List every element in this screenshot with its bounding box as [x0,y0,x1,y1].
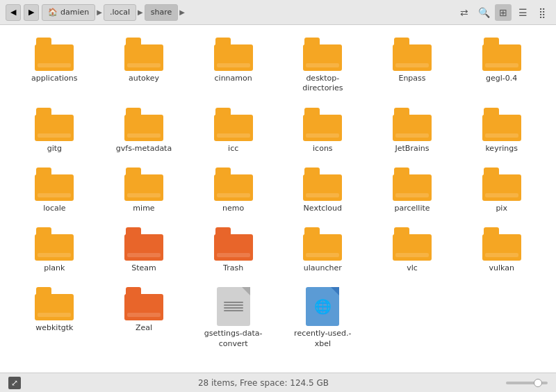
folder-flap [38,253,71,257]
statusbar-left: ⤢ [8,377,21,389]
folder-body [393,44,432,71]
file-item[interactable]: icc [190,104,277,158]
search-button[interactable]: 🔍 [475,4,492,21]
folder-flap [306,63,339,67]
forward-button[interactable]: ▶ [24,4,39,21]
expand-button[interactable]: ⤢ [8,377,21,389]
file-label: webkitgtk [35,323,73,333]
folder-flap [127,253,161,257]
folder-icon [35,287,74,320]
file-item[interactable]: locale [11,163,98,218]
file-item[interactable]: ulauncher [279,223,366,277]
breadcrumb-share[interactable]: share [145,4,179,21]
folder-flap [217,133,250,138]
file-item[interactable]: vlc [369,223,456,277]
folder-flap [395,63,429,67]
folder-icon [124,287,163,320]
folder-body [35,294,74,320]
file-item[interactable]: Trash [190,223,277,277]
folder-icon [214,108,253,141]
folder-icon [124,168,163,201]
file-item[interactable]: webkitgtk [11,283,98,353]
folder-body [124,234,163,261]
folder-flap [217,253,250,257]
file-label: applications [31,74,77,83]
folder-flap [395,253,429,257]
file-item[interactable]: autokey [101,33,188,98]
file-label: desktop-directories [302,74,343,94]
folder-flap [485,193,518,197]
file-label: vlc [407,263,418,273]
folder-body [482,44,521,71]
file-item[interactable]: keyrings [458,104,545,158]
toggle-path-button[interactable]: ⇄ [456,4,473,21]
list-view-button[interactable]: ☰ [514,4,531,21]
file-item[interactable]: mime [101,163,188,218]
folder-flap [395,133,429,138]
folder-icon [214,168,253,201]
back-button[interactable]: ◀ [6,4,21,21]
folder-icon [124,108,163,141]
breadcrumb-local[interactable]: .local [104,4,136,21]
folder-icon [303,108,342,141]
folder-icon [482,108,521,141]
doc-line [224,307,243,309]
breadcrumb-arrow-end: ▶ [179,8,185,16]
breadcrumb-sep-1: ▶ [97,8,102,16]
file-label: mime [133,204,154,213]
file-item[interactable]: cinnamon [190,33,277,98]
file-label: Trash [223,263,243,273]
file-item[interactable]: Zeal [101,283,188,353]
file-area: applications autokey cinnamon desktop-di… [0,25,556,373]
folder-body [393,174,432,201]
file-label: JetBrains [395,144,430,154]
file-label: Zeal [136,323,152,333]
folder-icon [303,38,342,71]
file-item[interactable]: Steam [101,223,188,277]
statusbar-right [506,382,548,384]
folder-icon [303,227,342,261]
breadcrumb-sep-2: ▶ [138,8,143,16]
file-label: parcellite [394,204,430,213]
file-item[interactable]: desktop-directories [279,33,366,98]
folder-body [35,115,74,141]
folder-flap [217,193,250,197]
folder-flap [306,193,339,197]
folder-flap [38,63,71,67]
file-item[interactable]: gvfs-metadata [101,104,188,158]
file-item[interactable]: Enpass [369,33,456,98]
folder-body [482,234,521,261]
xml-file-icon: 🌐 [306,287,339,326]
file-item[interactable]: gsettings-data-convert [190,283,277,353]
file-label: keyrings [485,144,518,154]
icon-view-button[interactable]: ⊞ [495,4,512,21]
file-item[interactable]: plank [11,223,98,277]
file-item[interactable]: vulkan [458,223,545,277]
globe-icon: 🌐 [314,298,332,315]
file-label: nemo [222,204,244,213]
file-item[interactable]: gegl-0.4 [458,33,545,98]
folder-body [124,44,163,71]
file-item[interactable]: applications [11,33,98,98]
file-item[interactable]: gitg [11,104,98,158]
expand-icon: ⤢ [11,378,18,388]
file-item[interactable]: icons [279,104,366,158]
statusbar-info: 28 items, Free space: 124.5 GB [21,378,506,388]
file-label: plank [44,263,65,273]
file-item[interactable]: 🌐 recently-used.-xbel [279,283,366,353]
file-item[interactable]: Nextcloud [279,163,366,218]
folder-body [35,44,74,71]
folder-icon [303,168,342,201]
compact-view-button[interactable]: ⣿ [534,4,550,21]
zoom-slider[interactable] [506,382,548,384]
folder-icon [124,227,163,261]
file-item[interactable]: JetBrains [369,104,456,158]
file-item[interactable]: nemo [190,163,277,218]
folder-body [393,234,432,261]
home-icon: 🏠 [48,8,58,17]
file-item[interactable]: parcellite [369,163,456,218]
folder-body [303,115,342,141]
breadcrumb-home[interactable]: 🏠 damien [42,4,95,21]
file-item[interactable]: pix [458,163,545,218]
folder-icon [393,38,432,71]
